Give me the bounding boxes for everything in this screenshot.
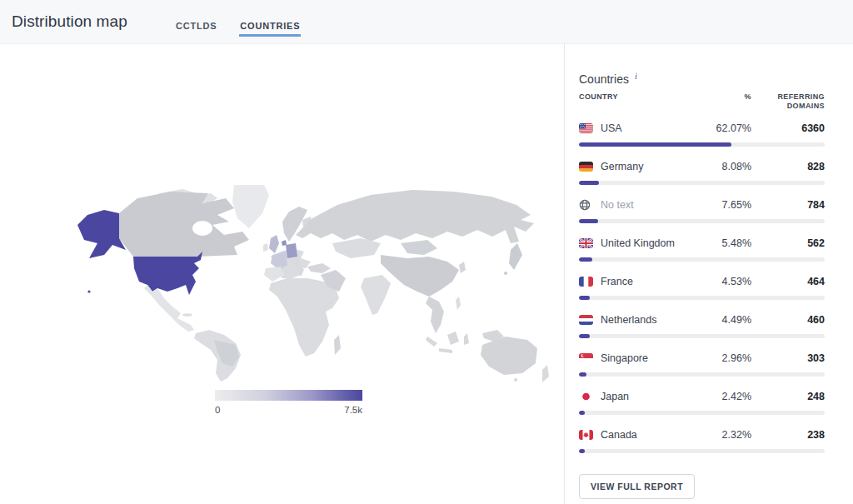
country-row-main: Japan2.42%248	[579, 387, 825, 407]
column-header-country: COUNTRY	[579, 92, 701, 111]
map-region-russia	[296, 190, 534, 243]
distribution-map-widget: Distribution map CCTLDS COUNTRIES	[0, 0, 853, 504]
country-percent: 4.49%	[701, 314, 751, 326]
legend-min-label: 0	[215, 405, 220, 415]
country-progress-bar	[579, 334, 825, 338]
country-name: France	[601, 276, 701, 287]
us-flag-icon	[579, 122, 593, 134]
map-region-philippines	[456, 297, 461, 310]
country-row: Canada2.32%238	[579, 425, 825, 463]
country-progress-bar	[579, 219, 825, 223]
map-region-canada	[119, 192, 249, 257]
country-percent: 2.42%	[701, 391, 751, 402]
map-region-hudson-bay	[192, 221, 212, 236]
column-header-percent: %	[701, 92, 751, 111]
country-name: USA	[601, 122, 701, 134]
map-region-japan-south	[504, 272, 507, 275]
country-referring-domains: 238	[751, 429, 825, 441]
country-progress-bar	[579, 372, 825, 377]
jp-flag-icon	[579, 391, 593, 402]
panel-title: Countries	[579, 72, 629, 86]
country-percent: 8.08%	[701, 161, 751, 172]
map-region-germany	[286, 243, 297, 258]
nl-flag-icon	[579, 314, 593, 326]
map-region-greenland	[232, 185, 269, 228]
country-name: Singapore	[601, 352, 701, 364]
gb-flag-icon	[579, 237, 593, 249]
country-referring-domains: 6360	[751, 122, 825, 134]
country-progress-fill	[579, 296, 590, 300]
country-row: Singapore2.96%303	[579, 348, 825, 387]
country-progress-bar	[579, 449, 825, 453]
map-region-southeast-asia	[426, 297, 444, 333]
de-flag-icon	[579, 161, 593, 172]
view-tabs: CCTLDS COUNTRIES	[175, 0, 301, 43]
column-header-referring-domains: REFERRING DOMAINS	[751, 92, 825, 111]
map-region-japan	[509, 243, 522, 270]
map-region-africa	[269, 278, 339, 357]
map-region-korea	[459, 262, 466, 273]
country-progress-fill	[579, 142, 731, 147]
map-region-ireland	[263, 243, 268, 252]
info-icon[interactable]: i	[635, 71, 637, 81]
fr-flag-icon	[579, 276, 593, 287]
country-row: USA62.07%6360	[579, 118, 825, 157]
view-full-report-button[interactable]: VIEW FULL REPORT	[579, 474, 695, 499]
map-region-madagascar	[334, 335, 341, 355]
country-progress-bar	[579, 142, 825, 147]
country-row-main: Netherlands4.49%460	[579, 310, 825, 330]
country-progress-fill	[579, 334, 590, 338]
page-title: Distribution map	[12, 12, 127, 31]
legend-max-label: 7.5k	[344, 405, 362, 415]
country-name: No text	[601, 199, 701, 211]
country-progress-bar	[579, 257, 825, 262]
map-region-central-asia	[332, 238, 381, 258]
map-region-netherlands	[282, 240, 287, 246]
map-legend: 0 7.5k	[215, 405, 362, 415]
map-region-cuba	[182, 313, 192, 317]
map-region-turkey	[307, 263, 331, 273]
tab-countries[interactable]: COUNTRIES	[239, 12, 301, 37]
country-percent: 4.53%	[701, 276, 751, 287]
country-progress-bar	[579, 181, 825, 185]
world-map[interactable]	[71, 185, 550, 385]
country-percent: 2.96%	[701, 352, 751, 364]
tab-cctlds[interactable]: CCTLDS	[175, 12, 217, 37]
map-region-indonesia	[426, 332, 469, 353]
country-referring-domains: 828	[751, 161, 825, 172]
country-row: Japan2.42%248	[579, 387, 825, 425]
country-percent: 2.32%	[701, 429, 751, 441]
map-region-usa[interactable]	[133, 252, 202, 295]
country-name: Japan	[601, 391, 701, 402]
map-region-china	[381, 255, 459, 297]
country-name: Canada	[601, 429, 701, 441]
country-row-main: Canada2.32%238	[579, 425, 825, 445]
map-region-mongolia	[401, 240, 437, 255]
map-region-india	[361, 275, 391, 315]
country-percent: 5.48%	[701, 237, 751, 249]
country-row-main: United Kingdom5.48%562	[579, 233, 825, 253]
country-progress-fill	[579, 181, 599, 185]
map-region-united-kingdom	[269, 235, 279, 253]
country-row: Netherlands4.49%460	[579, 310, 825, 348]
sg-flag-icon	[579, 352, 593, 364]
map-region-mexico-central-america	[144, 285, 194, 332]
country-progress-fill	[579, 411, 585, 415]
country-row: France4.53%464	[579, 272, 825, 310]
country-referring-domains: 460	[751, 314, 825, 326]
globe-icon	[579, 199, 593, 211]
map-region-hawaii	[87, 290, 90, 292]
map-region-alaska[interactable]	[77, 210, 126, 258]
country-referring-domains: 464	[751, 276, 825, 287]
country-progress-fill	[579, 449, 585, 453]
country-row-main: USA62.07%6360	[579, 118, 825, 138]
map-region-new-zealand	[542, 365, 549, 382]
country-percent: 62.07%	[701, 122, 751, 134]
country-row: Germany8.08%828	[579, 157, 825, 195]
country-name: Germany	[601, 161, 701, 172]
country-row-main: No text7.65%784	[579, 195, 825, 215]
country-row: United Kingdom5.48%562	[579, 233, 825, 272]
country-referring-domains: 303	[751, 352, 825, 364]
map-region-iberia	[264, 267, 284, 282]
panel-title-row: Countries i	[579, 72, 825, 86]
